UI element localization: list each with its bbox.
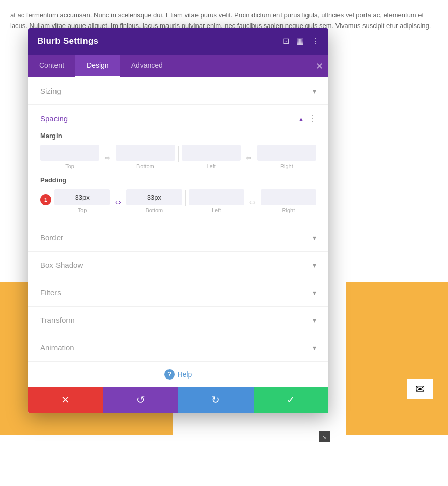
margin-left-input[interactable]	[182, 145, 241, 161]
border-chevron-icon: ▾	[313, 234, 316, 242]
help-button[interactable]: ? Help	[164, 369, 192, 380]
transform-section-title: Transform	[40, 316, 75, 325]
padding-right-field-group: Right	[261, 189, 316, 213]
filters-section: Filters ▾	[28, 279, 328, 307]
fullscreen-icon[interactable]: ⊡	[283, 37, 289, 45]
box-shadow-section-title: Box Shadow	[40, 261, 83, 269]
padding-right-input[interactable]	[261, 189, 316, 205]
spacing-section-header[interactable]: Spacing ▴ ⋮	[28, 105, 328, 132]
tab-advanced[interactable]: Advanced	[120, 55, 174, 77]
sizing-section-header[interactable]: Sizing ▾	[28, 77, 328, 104]
sizing-section-title: Sizing	[40, 87, 61, 95]
animation-section: Animation ▾	[28, 334, 328, 362]
spacing-section-content: Margin Top ⇔ Bottom	[28, 132, 328, 224]
animation-section-header[interactable]: Animation ▾	[28, 334, 328, 361]
header-icons: ⊡ ▦ ⋮	[283, 37, 319, 45]
padding-left-input[interactable]	[189, 189, 244, 205]
spacing-section-actions: ▴ ⋮	[299, 115, 316, 123]
padding-bottom-label: Bottom	[145, 207, 163, 213]
margin-bottom-label: Bottom	[136, 163, 154, 169]
border-section-title: Border	[40, 233, 63, 242]
box-shadow-section-header[interactable]: Box Shadow ▾	[28, 252, 328, 279]
margin-right-field-group: Right	[257, 145, 316, 169]
layout-icon[interactable]: ▦	[296, 37, 304, 45]
margin-left-field-group: Left	[182, 145, 241, 169]
filters-section-title: Filters	[40, 288, 61, 297]
padding-top-label: Top	[78, 207, 87, 213]
padding-bottom-input[interactable]	[126, 189, 182, 205]
padding-left-label: Left	[212, 207, 221, 213]
margin-divider	[178, 146, 179, 162]
expand-icon[interactable]: ⤡	[319, 431, 330, 442]
margin-bottom-group: Bottom	[116, 145, 175, 169]
border-section-header[interactable]: Border ▾	[28, 224, 328, 251]
spacing-more-icon[interactable]: ⋮	[308, 115, 316, 123]
padding-bottom-group: Bottom	[126, 189, 182, 213]
margin-top-label: Top	[65, 163, 74, 169]
box-shadow-section: Box Shadow ▾	[28, 252, 328, 279]
padding-right-label: Right	[282, 207, 295, 213]
sizing-chevron-icon: ▾	[313, 87, 316, 95]
save-button[interactable]: ✓	[254, 387, 329, 413]
redo-button[interactable]: ↻	[178, 387, 254, 413]
modal-body: Sizing ▾ Spacing ▴ ⋮ Margin	[28, 77, 328, 387]
filters-chevron-icon: ▾	[313, 289, 316, 297]
modal-header: Blurb Settings ⊡ ▦ ⋮	[28, 28, 328, 55]
help-label: Help	[178, 370, 192, 379]
border-section: Border ▾	[28, 224, 328, 252]
spacing-chevron-up-icon[interactable]: ▴	[299, 115, 303, 123]
help-circle-icon: ?	[164, 369, 175, 380]
margin-bottom-input[interactable]	[116, 145, 175, 161]
margin-link-icon[interactable]: ⇔	[102, 154, 113, 162]
padding-left-field-group: Left	[189, 189, 244, 213]
tab-design[interactable]: Design	[75, 55, 120, 77]
padding-left-group: Top ⇔ Bottom	[54, 189, 182, 213]
tabs-bar: Content Design Advanced ✕	[28, 55, 328, 77]
transform-section: Transform ▾	[28, 307, 328, 334]
padding-right-link-icon[interactable]: ⇔	[247, 198, 258, 206]
tab-content[interactable]: Content	[28, 55, 75, 77]
more-icon[interactable]: ⋮	[311, 37, 319, 45]
transform-chevron-icon: ▾	[313, 316, 316, 325]
filters-section-header[interactable]: Filters ▾	[28, 279, 328, 306]
spacing-section-title: Spacing	[40, 114, 68, 123]
spacing-section: Spacing ▴ ⋮ Margin Top ⇔	[28, 105, 328, 224]
margin-top-group: Top	[40, 145, 99, 169]
padding-badge: 1	[40, 194, 51, 205]
reset-button[interactable]: ↺	[103, 387, 179, 413]
margin-right-link-icon[interactable]: ⇔	[244, 154, 254, 162]
padding-top-group: Top	[54, 189, 110, 213]
margin-label: Margin	[40, 132, 316, 140]
margin-top-input[interactable]	[40, 145, 99, 161]
margin-row: Top ⇔ Bottom Left	[40, 145, 316, 169]
transform-section-header[interactable]: Transform ▾	[28, 307, 328, 334]
padding-right-group: Left ⇔ Right	[189, 189, 317, 213]
padding-row: 1 Top ⇔ Bottom	[40, 189, 316, 213]
modal-footer: ? Help	[28, 362, 328, 387]
action-bar: ✕ ↺ ↻ ✓	[28, 387, 328, 413]
box-shadow-chevron-icon: ▾	[313, 261, 316, 269]
modal-close-button[interactable]: ✕	[316, 55, 328, 77]
padding-top-input[interactable]	[54, 189, 110, 205]
padding-label: Padding	[40, 176, 316, 184]
padding-link-icon[interactable]: ⇔	[113, 198, 123, 206]
blurb-settings-modal: Blurb Settings ⊡ ▦ ⋮ Content Design Adva…	[28, 28, 328, 413]
margin-left-group: Top ⇔ Bottom	[40, 145, 175, 169]
animation-section-title: Animation	[40, 343, 74, 352]
padding-divider	[185, 190, 186, 206]
modal-title: Blurb Settings	[37, 36, 98, 46]
email-icon: ✉	[407, 379, 433, 399]
margin-right-label: Right	[280, 163, 293, 169]
orange-block-right	[346, 282, 448, 435]
animation-chevron-icon: ▾	[313, 344, 316, 352]
margin-right-group: Left ⇔ Right	[182, 145, 317, 169]
cancel-button[interactable]: ✕	[28, 387, 103, 413]
sizing-section: Sizing ▾	[28, 77, 328, 105]
margin-right-input[interactable]	[257, 145, 316, 161]
margin-left-label: Left	[206, 163, 215, 169]
